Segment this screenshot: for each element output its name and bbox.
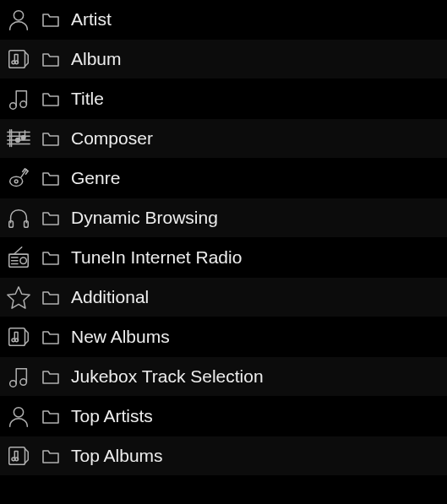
menu-item-label: Album — [71, 49, 122, 69]
menu-item-label: Additional — [71, 287, 149, 307]
menu-item-title[interactable]: Title — [0, 79, 447, 119]
star-icon — [3, 282, 34, 312]
music-note-icon — [3, 361, 34, 392]
folder-icon — [39, 404, 63, 428]
menu-item-label: Genre — [71, 168, 120, 188]
artist-icon — [3, 4, 34, 35]
menu-item-album[interactable]: Album — [0, 40, 447, 79]
menu-item-label: Jukebox Track Selection — [71, 366, 264, 387]
menu-item-tunein-radio[interactable]: TuneIn Internet Radio — [0, 238, 447, 278]
artist-icon — [3, 401, 34, 431]
guitar-icon — [3, 163, 34, 193]
menu-item-label: Title — [71, 89, 104, 109]
menu-item-label: Artist — [71, 9, 112, 30]
menu-item-dynamic-browsing[interactable]: Dynamic Browsing — [0, 198, 447, 238]
folder-icon — [39, 206, 63, 230]
folder-icon — [39, 87, 63, 111]
folder-icon — [39, 47, 63, 71]
headphones-icon — [3, 203, 34, 233]
folder-icon — [39, 8, 63, 31]
menu-item-top-albums[interactable]: Top Albums — [0, 436, 447, 476]
folder-icon — [39, 325, 63, 349]
menu-item-label: TuneIn Internet Radio — [71, 247, 242, 268]
menu-item-label: Composer — [71, 128, 153, 149]
menu-item-composer[interactable]: Composer — [0, 119, 447, 159]
menu-item-top-artists[interactable]: Top Artists — [0, 397, 447, 436]
menu-item-artist[interactable]: Artist — [0, 0, 447, 40]
menu-item-label: Top Artists — [71, 406, 153, 426]
music-note-icon — [3, 84, 34, 114]
folder-icon — [39, 127, 63, 150]
menu-item-jukebox[interactable]: Jukebox Track Selection — [0, 357, 447, 397]
menu-item-label: Top Albums — [71, 446, 163, 466]
album-icon — [3, 322, 34, 352]
folder-icon — [39, 166, 63, 190]
folder-icon — [39, 246, 63, 269]
music-browse-menu: Artist Album Title Composer Genre Dynami… — [0, 0, 447, 476]
menu-item-additional[interactable]: Additional — [0, 278, 447, 317]
menu-item-new-albums[interactable]: New Albums — [0, 317, 447, 357]
menu-item-genre[interactable]: Genre — [0, 159, 447, 198]
menu-item-label: New Albums — [71, 327, 170, 347]
radio-icon — [3, 242, 34, 273]
folder-icon — [39, 365, 63, 388]
album-icon — [3, 441, 34, 471]
folder-icon — [39, 285, 63, 309]
album-icon — [3, 44, 34, 74]
sheet-music-icon — [3, 123, 34, 154]
menu-item-label: Dynamic Browsing — [71, 208, 218, 228]
folder-icon — [39, 444, 63, 468]
